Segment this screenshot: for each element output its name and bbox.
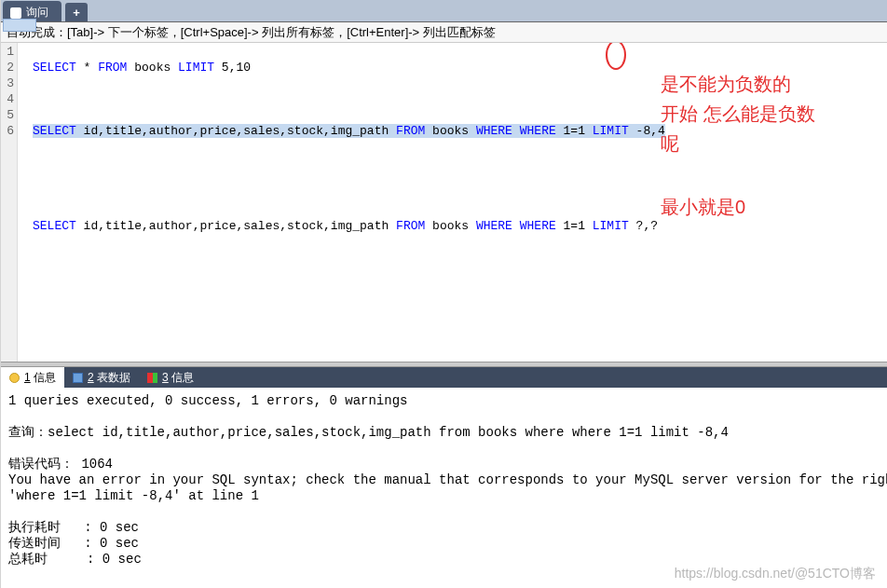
output-errmsg2: 'where 1=1 limit -8,4' at line 1	[8, 488, 259, 503]
output-exec-label: 执行耗时	[8, 520, 61, 535]
lineno: 4	[1, 91, 14, 107]
output-trans-label: 传送时间	[8, 536, 61, 551]
kw-where: WHERE	[520, 219, 556, 233]
code-text: 1=1	[556, 124, 593, 138]
tab-accel: 2	[88, 371, 94, 384]
new-tab-button[interactable]: +	[65, 3, 88, 21]
autocomplete-hint: 自动完成：[Tab]-> 下一个标签，[Ctrl+Space]-> 列出所有标签…	[1, 22, 887, 43]
editor-tabbar: 询问 +	[1, 0, 887, 22]
output-total-label: 总耗时	[8, 552, 48, 567]
code-text: id,title,author,price,sales,stock,img_pa…	[76, 219, 396, 233]
code-text: ?,?	[629, 219, 658, 233]
code-line	[33, 186, 887, 202]
tab-label: 表数据	[94, 371, 130, 384]
kw-where: WHERE	[476, 219, 512, 233]
lineno: 3	[1, 75, 14, 91]
watermark: https://blog.csdn.net/@51CTO博客	[675, 566, 876, 582]
result-tabbar: 1 信息 2 表数据 3 信息	[1, 367, 887, 388]
grid-icon	[73, 373, 83, 383]
code-text	[512, 124, 520, 138]
result-tab-info2[interactable]: 3 信息	[139, 367, 202, 389]
code-text: -8,4	[629, 124, 665, 138]
warning-icon	[9, 373, 20, 383]
code-text: 5,10	[214, 61, 251, 75]
output-total-val: : 0 sec	[48, 552, 142, 567]
query-icon	[10, 7, 21, 19]
output-query: select id,title,author,price,sales,stock…	[48, 425, 729, 440]
code-text: books	[127, 61, 178, 75]
kw-limit: LIMIT	[178, 61, 214, 75]
output-errcode-label: 错误代码：	[8, 457, 74, 472]
flag-icon	[147, 373, 157, 383]
annotation-text-2: 最小就是0	[661, 192, 745, 222]
kw-select: SELECT	[33, 61, 76, 75]
lineno: 6	[1, 123, 14, 139]
kw-where: WHERE	[520, 124, 556, 138]
code-text	[512, 219, 520, 233]
kw-limit: LIMIT	[593, 219, 629, 233]
output-errmsg: You have an error in your SQL syntax; ch…	[8, 472, 887, 487]
kw-select: SELECT	[33, 124, 76, 138]
code-line: SELECT id,title,author,price,sales,stock…	[33, 218, 887, 234]
code-area[interactable]: SELECT * FROM books LIMIT 5,10 SELECT id…	[18, 43, 887, 362]
output-query-label: 查询：	[8, 425, 48, 440]
tab-label: 信息	[169, 371, 194, 384]
kw-from: FROM	[98, 61, 127, 75]
lineno: 1	[1, 44, 14, 60]
kw-select: SELECT	[33, 219, 76, 233]
annotation-text-1: 是不能为负数的开始 怎么能是负数呢	[661, 69, 815, 158]
code-text: books	[425, 219, 476, 233]
code-text: id,title,author,price,sales,stock,img_pa…	[76, 124, 396, 138]
tab-accel: 3	[162, 371, 169, 384]
output-panel[interactable]: 1 queries executed, 0 success, 1 errors,…	[1, 388, 887, 588]
left-selection	[3, 19, 36, 32]
code-text: *	[76, 61, 98, 75]
kw-limit: LIMIT	[593, 124, 629, 138]
output-exec-val: : 0 sec	[61, 520, 139, 535]
app-root: 询问 + 自动完成：[Tab]-> 下一个标签，[Ctrl+Space]-> 列…	[0, 0, 887, 588]
main-area: 询问 + 自动完成：[Tab]-> 下一个标签，[Ctrl+Space]-> 列…	[1, 0, 887, 588]
output-trans-val: : 0 sec	[61, 536, 139, 551]
kw-where: WHERE	[476, 124, 512, 138]
lineno: 5	[1, 107, 14, 123]
code-text: 1=1	[556, 219, 593, 233]
result-tab-tabledata[interactable]: 2 表数据	[64, 367, 139, 389]
output-errcode: 1064	[74, 457, 113, 472]
output-summary: 1 queries executed, 0 success, 1 errors,…	[8, 393, 407, 408]
tab-label: 信息	[31, 371, 56, 384]
kw-from: FROM	[396, 219, 425, 233]
line-numbers: 1 2 3 4 5 6	[1, 43, 18, 362]
code-text: books	[425, 124, 476, 138]
tab-accel: 1	[24, 371, 31, 384]
sql-editor[interactable]: 1 2 3 4 5 6 SELECT * FROM books LIMIT 5,…	[1, 43, 887, 362]
result-tab-info[interactable]: 1 信息	[1, 367, 64, 389]
lineno: 2	[1, 60, 14, 75]
kw-from: FROM	[396, 124, 425, 138]
